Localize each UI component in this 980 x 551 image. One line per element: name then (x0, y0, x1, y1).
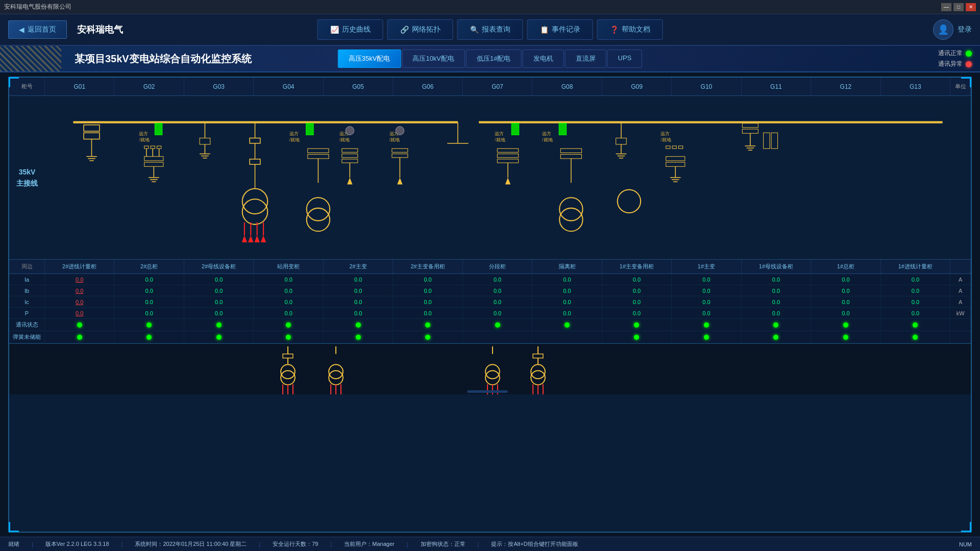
ib-g12: 0.0 (811, 285, 880, 296)
col-header-g07: G07 (463, 78, 532, 95)
g08-diagram[interactable] (447, 122, 468, 143)
panel-name-g10: 1#主变 (672, 260, 741, 273)
tab-ups[interactable]: UPS (607, 49, 643, 68)
svg-rect-87 (616, 138, 627, 144)
history-curve-button[interactable]: 📈 历史曲线 (317, 19, 383, 40)
system-time: 系统时间：2022年01月25日 11:00:40 星期二 (135, 540, 247, 548)
ia-g04: 0.0 (254, 274, 323, 285)
g03-diagram[interactable] (200, 122, 210, 158)
comm-error-status: 通讯异常 (938, 60, 972, 68)
ib-g11: 0.0 (742, 285, 811, 296)
tab-generator[interactable]: 发电机 (523, 49, 564, 68)
label-ia: Ia (9, 274, 45, 285)
svg-point-49 (307, 208, 330, 231)
login-button[interactable]: 登录 (958, 25, 972, 34)
svg-rect-105 (742, 129, 758, 133)
g01-diagram[interactable] (84, 125, 100, 161)
panel-name-g03: 2#母线设备柜 (184, 260, 254, 273)
g04-diagram[interactable] (242, 122, 268, 242)
minimize-button[interactable]: — (941, 3, 951, 11)
p-g07: 0.0 (463, 308, 532, 318)
panel-name-g02: 2#总柜 (114, 260, 184, 273)
svg-rect-12 (144, 146, 149, 148)
data-table: 周边 2#进线计量柜 2#总柜 2#母线设备柜 站用变柜 2#主变 2#主变备用… (9, 259, 971, 343)
p-g11: 0.0 (742, 308, 811, 318)
ic-g03: 0.0 (184, 296, 254, 307)
svg-rect-2 (84, 125, 100, 131)
main-content: 柜号 G01 G02 G03 G04 G05 G06 G07 G08 G09 G… (0, 72, 980, 537)
spring-g08 (532, 331, 602, 343)
panel-name-g08: 隔离柜 (532, 260, 602, 273)
data-row-ia: Ia 0.0 0.0 0.0 0.0 0.0 0.0 0.0 0.0 0.0 0… (9, 274, 971, 285)
comm-status-row: 通讯状态 (9, 319, 971, 331)
log-icon: 📋 (540, 26, 549, 34)
sep6: | (478, 541, 479, 547)
g06-diagram[interactable]: 远方 /就地 (339, 127, 358, 185)
svg-point-127 (485, 365, 500, 379)
panel-names-row: 周边 2#进线计量柜 2#总柜 2#母线设备柜 站用变柜 2#主变 2#主变备用… (9, 260, 971, 274)
panel-name-g12: 1#总柜 (811, 260, 880, 273)
g13-diagram[interactable] (742, 123, 777, 151)
lower-transformer-g09[interactable] (485, 346, 500, 394)
current-user: 当前用户：Manager (344, 540, 394, 548)
tab-hv10kv[interactable]: 高压10kV配电 (402, 49, 465, 68)
sep3: | (259, 541, 260, 547)
p-g13: 0.0 (881, 308, 950, 318)
panel-name-g11: 1#母线设备柜 (742, 260, 811, 273)
svg-rect-110 (764, 133, 770, 148)
lower-transformer-g05[interactable] (281, 346, 295, 394)
col-header-g01: G01 (45, 78, 114, 95)
maximize-button[interactable]: □ (953, 3, 964, 11)
p-g10: 0.0 (672, 308, 741, 318)
svg-text:远方: 远方 (289, 131, 299, 136)
comm-g08 (532, 319, 602, 331)
p-g01[interactable]: 0.0 (45, 308, 114, 318)
svg-marker-38 (254, 236, 259, 242)
spring-g10 (672, 331, 741, 343)
svg-text:远方: 远方 (542, 131, 551, 136)
window-controls[interactable]: — □ ✕ (941, 3, 976, 11)
ia-g10: 0.0 (672, 274, 741, 285)
ib-g01[interactable]: 0.0 (45, 285, 114, 296)
back-button[interactable]: ◀ 返回首页 (8, 20, 67, 39)
g12-diagram[interactable]: 远方 /就地 (660, 131, 684, 182)
svg-rect-58 (342, 159, 358, 163)
svg-point-82 (559, 208, 582, 231)
svg-text:/就地: /就地 (389, 137, 400, 142)
event-log-label: 事件记录 (552, 25, 580, 34)
status-rows: 通讯状态 弹簧未储 (9, 319, 971, 343)
g07-diagram[interactable]: 远方 /就地 (389, 127, 408, 185)
lower-transformer-g06[interactable] (329, 346, 343, 394)
svg-text:/就地: /就地 (289, 137, 300, 142)
system-time-label: 系统时间：2022年01月25日 11:00:40 星期二 (135, 540, 247, 548)
svg-rect-140 (467, 390, 507, 393)
spring-g07 (463, 331, 532, 343)
diagram-area: 35kV 主接线 (9, 96, 971, 259)
g10-diagram[interactable]: 远方 /就地 (542, 123, 582, 232)
ia-g01[interactable]: 0.0 (45, 274, 114, 285)
tab-lv1[interactable]: 低压1#配电 (466, 49, 521, 68)
g02-diagram[interactable]: 远方 /就地 (139, 123, 163, 182)
tab-hv35kv[interactable]: 高压35kV配电 (338, 49, 401, 68)
svg-rect-18 (144, 157, 163, 161)
lower-transformer-g10[interactable] (531, 346, 545, 394)
hint-label: 提示：按Alt+D组合键打开功能面板 (491, 540, 578, 548)
ic-g01[interactable]: 0.0 (45, 296, 114, 307)
g09-diagram[interactable]: 远方 /就地 (495, 123, 519, 185)
g11-diagram[interactable] (616, 122, 641, 213)
help-docs-button[interactable]: ❓ 帮助文档 (597, 19, 663, 40)
network-topology-button[interactable]: 🔗 网络拓扑 (387, 19, 453, 40)
title-bar: 安科瑞电气股份有限公司 — □ ✕ (0, 0, 980, 14)
close-button[interactable]: ✕ (966, 3, 976, 11)
comm-g10 (672, 319, 741, 331)
label-ib: Ib (9, 285, 45, 296)
svg-rect-98 (666, 157, 685, 161)
svg-rect-111 (771, 133, 777, 148)
tab-dc-screen[interactable]: 直流屏 (565, 49, 606, 68)
svg-marker-36 (242, 236, 247, 242)
spring-g11 (742, 331, 811, 343)
report-query-button[interactable]: 🔍 报表查询 (457, 19, 523, 40)
col-header-g08: G08 (532, 78, 602, 95)
g05-diagram[interactable]: 远方 /就地 (289, 123, 330, 232)
event-log-button[interactable]: 📋 事件记录 (527, 19, 593, 40)
